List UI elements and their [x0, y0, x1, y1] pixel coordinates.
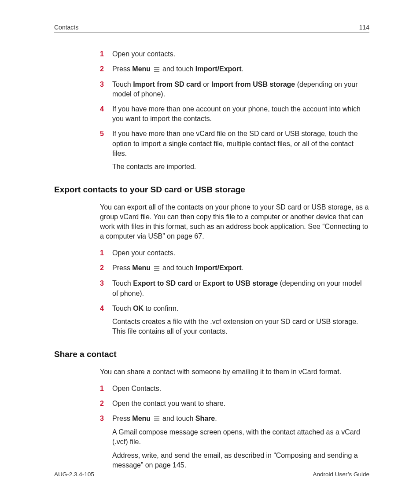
- step-body: Press Menu and touch Import/Export.: [112, 64, 369, 74]
- export-heading: Export contacts to your SD card or USB s…: [54, 184, 369, 195]
- step-extra: Contacts creates a file with the .vcf ex…: [112, 317, 369, 336]
- step-item: 2Press Menu and touch Import/Export.: [100, 64, 369, 74]
- header-section: Contacts: [54, 24, 78, 31]
- step-item: 1Open your contacts.: [100, 248, 369, 258]
- step-item: 2Open the contact you want to share.: [100, 399, 369, 408]
- bold-text: Menu: [132, 415, 151, 422]
- running-header: Contacts 114: [54, 24, 369, 33]
- menu-icon: [154, 414, 160, 424]
- share-intro: You can share a contact with someone by …: [100, 367, 369, 377]
- menu-icon: [154, 65, 160, 74]
- step-item: 4If you have more than one account on yo…: [100, 104, 369, 124]
- share-steps: 1Open Contacts.2Open the contact you wan…: [100, 384, 369, 470]
- running-footer: AUG-2.3.4-105 Android User’s Guide: [54, 471, 369, 478]
- import-steps: 1Open your contacts.2Press Menu and touc…: [100, 49, 369, 172]
- bold-text: Export to USB storage: [203, 280, 278, 287]
- step-extra: The contacts are imported.: [112, 162, 369, 172]
- bold-text: Import from USB storage: [211, 81, 295, 88]
- export-steps: 1Open your contacts.2Press Menu and touc…: [100, 248, 369, 336]
- step-number: 1: [100, 49, 104, 59]
- step-item: 4Touch OK to confirm.Contacts creates a …: [100, 304, 369, 336]
- step-number: 2: [100, 64, 104, 74]
- step-item: 3Touch Export to SD card or Export to US…: [100, 279, 369, 298]
- bold-text: Menu: [132, 264, 151, 272]
- menu-icon: [154, 264, 160, 273]
- bold-text: OK: [133, 305, 144, 312]
- bold-text: Import from SD card: [133, 81, 201, 88]
- bold-text: Import/Export: [195, 65, 242, 73]
- step-extra: A Gmail compose message screen opens, wi…: [112, 427, 369, 447]
- step-number: 4: [100, 104, 104, 114]
- step-number: 3: [100, 80, 104, 89]
- step-body: Open the contact you want to share.: [112, 399, 369, 408]
- step-body: Open your contacts.: [112, 248, 369, 258]
- bold-text: Share: [195, 415, 215, 422]
- step-item: 1Open Contacts.: [100, 384, 369, 394]
- bold-text: Import/Export: [195, 264, 242, 272]
- page-content: 1Open your contacts.2Press Menu and touc…: [54, 49, 369, 470]
- step-body: Touch Import from SD card or Import from…: [112, 80, 369, 99]
- footer-right: Android User’s Guide: [313, 471, 369, 478]
- step-number: 2: [100, 263, 104, 273]
- step-body: If you have more than one account on you…: [112, 104, 369, 124]
- step-body: Open Contacts.: [112, 384, 369, 394]
- step-body: Press Menu and touch Share.: [112, 414, 369, 424]
- share-heading: Share a contact: [54, 349, 369, 360]
- step-item: 3Touch Import from SD card or Import fro…: [100, 80, 369, 99]
- step-body: Touch Export to SD card or Export to USB…: [112, 279, 369, 298]
- step-number: 1: [100, 384, 104, 394]
- bold-text: Export to SD card: [133, 280, 192, 287]
- footer-left: AUG-2.3.4-105: [54, 471, 94, 478]
- step-number: 2: [100, 399, 104, 408]
- step-extra: Address, write, and send the email, as d…: [112, 451, 369, 470]
- step-body: Press Menu and touch Import/Export.: [112, 263, 369, 273]
- step-number: 3: [100, 414, 104, 423]
- step-number: 1: [100, 248, 104, 258]
- bold-text: Menu: [132, 65, 151, 73]
- step-item: 2Press Menu and touch Import/Export.: [100, 263, 369, 273]
- step-item: 3Press Menu and touch Share.A Gmail comp…: [100, 414, 369, 470]
- step-body: Open your contacts.: [112, 49, 369, 59]
- export-intro: You can export all of the contacts on yo…: [100, 202, 369, 241]
- step-body: Touch OK to confirm.: [112, 304, 369, 313]
- step-body: If you have more than one vCard file on …: [112, 129, 369, 158]
- step-number: 3: [100, 279, 104, 288]
- step-item: 1Open your contacts.: [100, 49, 369, 59]
- step-item: 5If you have more than one vCard file on…: [100, 129, 369, 171]
- step-number: 4: [100, 304, 104, 313]
- header-page-number: 114: [359, 24, 369, 31]
- step-number: 5: [100, 129, 104, 139]
